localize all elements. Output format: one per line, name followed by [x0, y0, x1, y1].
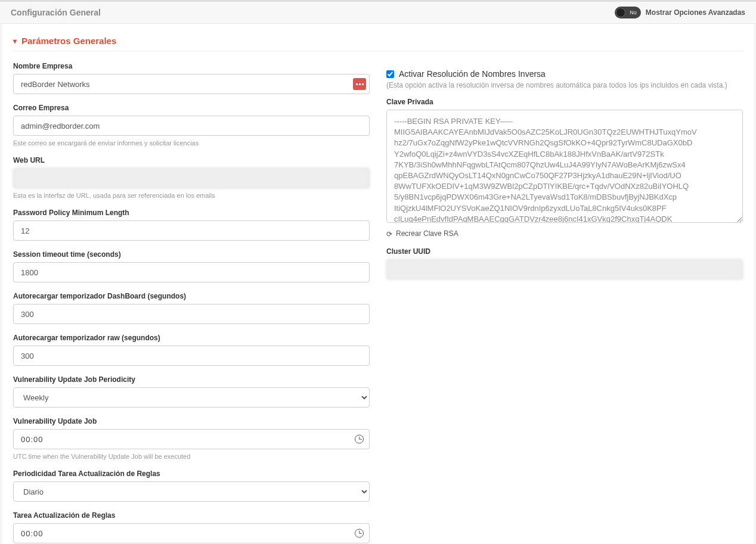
rules-job-time-input[interactable]: [13, 523, 370, 543]
vuln-job-label: Vulnerability Update Job: [13, 417, 370, 425]
vuln-job-help: UTC time when the Vulnerability Update J…: [13, 453, 370, 460]
chevron-down-icon: ▾: [13, 37, 17, 45]
reverse-dns-label: Activar Resolución de Nombres Inversa: [399, 69, 546, 79]
dash-reload-input[interactable]: [13, 304, 370, 324]
rules-period-label: Periodicidad Tarea Actualización de Regl…: [13, 470, 370, 478]
advanced-label: Mostrar Opciones Avanzadas: [646, 8, 745, 17]
advanced-toggle[interactable]: No: [615, 7, 641, 18]
session-timeout-input[interactable]: [13, 262, 370, 282]
section-header[interactable]: ▾ Parámetros Generales: [13, 36, 743, 51]
extension-icon[interactable]: [353, 78, 366, 90]
private-key-label: Clave Privada: [386, 98, 743, 106]
toggle-state-label: No: [630, 10, 637, 15]
rules-period-select[interactable]: Diario: [13, 481, 370, 502]
vuln-job-time-input[interactable]: [13, 429, 370, 449]
web-url-input[interactable]: [13, 168, 370, 188]
section-title: Parámetros Generales: [21, 36, 116, 46]
page-title: Configuración General: [11, 8, 101, 17]
private-key-textarea[interactable]: [386, 110, 743, 223]
dash-reload-label: Autorecargar temporizador DashBoard (seg…: [13, 292, 370, 300]
web-url-help: Esta es la interfaz de URL, usada para s…: [13, 192, 370, 199]
raw-reload-input[interactable]: [13, 346, 370, 366]
reverse-dns-help: (Esta opción activa la resolución invers…: [386, 81, 743, 89]
web-url-label: Web URL: [13, 156, 370, 164]
pw-policy-input[interactable]: [13, 220, 370, 241]
pw-policy-label: Password Policy Minimum Length: [13, 209, 370, 217]
company-email-help: Este correo se encargará de enviar infor…: [13, 139, 370, 147]
cluster-uuid-input: [386, 259, 743, 279]
vuln-period-select[interactable]: Weekly: [13, 387, 370, 408]
raw-reload-label: Autorecargar temporizador raw (segundos): [13, 334, 370, 342]
regenerate-rsa-link[interactable]: Recrear Clave RSA: [386, 229, 743, 238]
company-name-input[interactable]: [13, 74, 370, 94]
company-name-label: Nombre Empresa: [13, 62, 370, 70]
reverse-dns-checkbox[interactable]: [386, 70, 394, 78]
company-email-input[interactable]: [13, 116, 370, 136]
cluster-uuid-label: Cluster UUID: [386, 247, 743, 256]
vuln-period-label: Vulnerability Update Job Periodicity: [13, 375, 370, 384]
page-header: Configuración General No Mostrar Opcione…: [0, 2, 756, 24]
refresh-icon: [386, 230, 394, 237]
session-timeout-label: Session timeout time (seconds): [13, 250, 370, 259]
company-email-label: Correo Empresa: [13, 104, 370, 112]
rules-job-label: Tarea Actualización de Reglas: [13, 511, 370, 520]
